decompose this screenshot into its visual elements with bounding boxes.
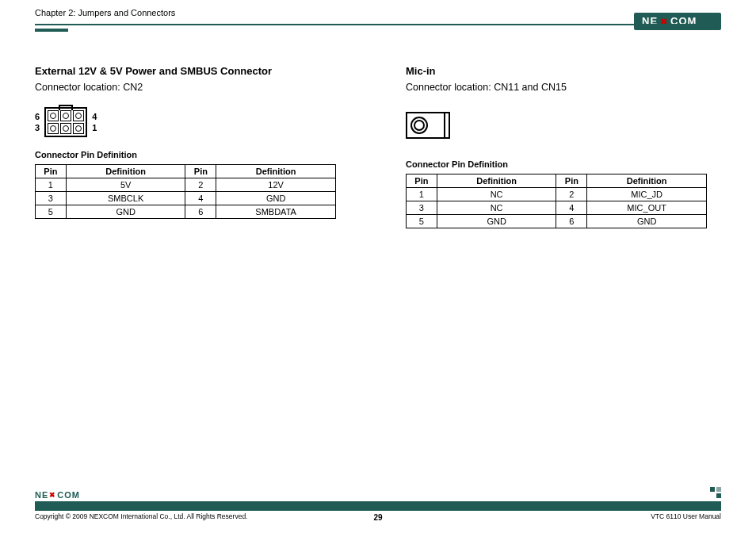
pin-icon (48, 123, 59, 134)
cell-def: GND (216, 192, 336, 205)
th-def: Definition (216, 165, 336, 178)
cell-pin: 6 (185, 205, 216, 219)
footer-manual-name: VTC 6110 User Manual (651, 512, 721, 520)
pin-icon (60, 110, 71, 121)
header-rule-accent (35, 29, 68, 32)
footer-squares-icon (710, 487, 721, 498)
pin-icon (60, 123, 71, 134)
right-table-title: Connector Pin Definition (406, 159, 721, 169)
right-column: Mic-in Connector location: CN11 and CN15… (406, 65, 721, 228)
page-footer: NE✖COM Copyright © 2009 NEXCOM Internati… (35, 490, 721, 520)
svg-rect-4 (710, 487, 715, 492)
right-connector-location: Connector location: CN11 and CN15 (406, 82, 721, 93)
brand-text: NE (35, 490, 48, 500)
left-connector-location: Connector location: CN2 (35, 82, 350, 93)
table-header-row: Pin Definition Pin Definition (407, 174, 707, 188)
cell-pin: 3 (36, 192, 67, 205)
th-def: Definition (587, 174, 707, 188)
brand-logo-bottom: NE✖COM (35, 490, 721, 500)
left-column: External 12V & 5V Power and SMBUS Connec… (35, 65, 350, 228)
pin-label-4: 4 (92, 111, 97, 122)
footer-bar (35, 501, 721, 511)
chapter-title: Chapter 2: Jumpers and Connectors (35, 8, 721, 17)
cell-def: MIC_JD (587, 188, 707, 201)
pin-label-1: 1 (92, 122, 97, 133)
pin-label-6: 6 (35, 111, 40, 122)
cell-pin: 1 (36, 178, 67, 192)
left-section-title: External 12V & 5V Power and SMBUS Connec… (35, 65, 350, 77)
page-content: External 12V & 5V Power and SMBUS Connec… (35, 65, 721, 228)
cell-def: SMBDATA (216, 205, 336, 219)
th-pin: Pin (185, 165, 216, 178)
cell-def: GND (587, 215, 707, 228)
nexcom-logo-icon: NE ✖ COM (638, 14, 717, 29)
cell-pin: 2 (185, 178, 216, 192)
right-pin-table: Pin Definition Pin Definition 1 NC 2 MIC… (406, 174, 707, 228)
left-connector-diagram: 6 3 4 1 (35, 107, 350, 137)
table-row: 1 NC 2 MIC_JD (407, 188, 707, 201)
table-row: 3 SMBCLK 4 GND (36, 192, 336, 205)
cell-pin: 2 (556, 188, 587, 201)
cell-def: 5V (66, 178, 185, 192)
th-pin: Pin (36, 165, 67, 178)
table-row: 1 5V 2 12V (36, 178, 336, 192)
cell-pin: 5 (36, 205, 67, 219)
cell-pin: 1 (407, 188, 437, 201)
jack-ring-icon (410, 117, 428, 134)
brand-x-icon: ✖ (49, 491, 56, 499)
brand-logo-top: NE ✖ COM (634, 13, 721, 30)
table-row: 5 GND 6 GND (407, 215, 707, 228)
cell-def: GND (437, 215, 556, 228)
right-section-title: Mic-in (406, 65, 721, 77)
th-pin: Pin (556, 174, 587, 188)
cell-pin: 5 (407, 215, 437, 228)
cell-def: SMBCLK (66, 192, 185, 205)
cell-pin: 4 (556, 201, 587, 215)
th-def: Definition (437, 174, 556, 188)
svg-rect-6 (716, 493, 721, 498)
cell-def: MIC_OUT (587, 201, 707, 215)
diagram-left-labels: 6 3 (35, 111, 40, 133)
brand-text: COM (57, 490, 80, 500)
pin-icon (48, 110, 59, 121)
th-def: Definition (66, 165, 185, 178)
left-table-title: Connector Pin Definition (35, 150, 350, 159)
pin-icon (73, 110, 84, 121)
svg-rect-5 (716, 487, 721, 492)
table-header-row: Pin Definition Pin Definition (36, 165, 336, 178)
connector-body-2x3 (44, 107, 87, 137)
table-row: 3 NC 4 MIC_OUT (407, 201, 707, 215)
diagram-right-labels: 4 1 (92, 111, 97, 133)
pin-label-3: 3 (35, 122, 40, 133)
cell-def: 12V (216, 178, 336, 192)
footer-page-number: 29 (373, 513, 382, 522)
table-row: 5 GND 6 SMBDATA (36, 205, 336, 219)
footer-copyright: Copyright © 2009 NEXCOM International Co… (35, 512, 247, 520)
cell-def: GND (66, 205, 185, 219)
cell-pin: 6 (556, 215, 587, 228)
audio-jack-icon (406, 112, 449, 139)
pin-icon (73, 123, 84, 134)
left-pin-table: Pin Definition Pin Definition 1 5V 2 12V… (35, 164, 336, 219)
cell-def: NC (437, 188, 556, 201)
cell-pin: 3 (407, 201, 437, 215)
right-connector-diagram (406, 112, 449, 139)
cell-pin: 4 (185, 192, 216, 205)
th-pin: Pin (407, 174, 437, 188)
footer-text-row: Copyright © 2009 NEXCOM International Co… (35, 512, 721, 520)
cell-def: NC (437, 201, 556, 215)
header-rule (35, 24, 721, 25)
